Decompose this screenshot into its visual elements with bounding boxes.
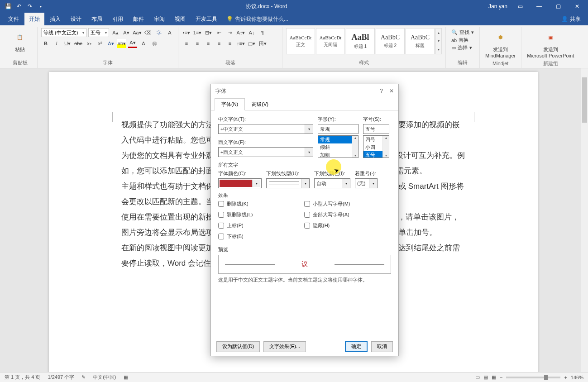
font-family-combo[interactable]: 等线 (中文正文)▾ [41,28,86,37]
italic-button[interactable]: I [52,39,61,48]
strike-button[interactable]: abc [74,39,83,48]
tab-references[interactable]: 引用 [108,13,128,26]
smallcaps-checkbox[interactable]: 小型大写字母(M) [304,201,350,207]
underline-style-combo[interactable]: ▾ [266,178,310,188]
scroll-up-icon[interactable]: ▴ [354,136,356,140]
align-left-icon[interactable]: ≡ [182,39,191,48]
word-count[interactable]: 1/2497 个字 [48,374,74,381]
read-mode-icon[interactable]: ▭ [475,374,480,380]
font-size-input[interactable]: 五号 [363,124,389,134]
print-layout-icon[interactable]: ▤ [483,374,488,380]
superscript-button[interactable]: x² [96,39,105,48]
spellcheck-icon[interactable]: ✎ [81,374,86,380]
web-layout-icon[interactable]: ▦ [492,374,496,380]
cancel-button[interactable]: 取消 [371,341,393,352]
show-marks-icon[interactable]: ¶ [258,28,267,37]
zoom-in-icon[interactable]: + [564,375,567,380]
change-case-icon[interactable]: Aa▾ [133,28,142,37]
find-button[interactable]: 🔍查找 ▾ [451,29,474,36]
font-color-icon[interactable]: A▾ [128,39,137,48]
ribbon-options-icon[interactable]: ▭ [514,3,526,10]
undo-icon[interactable]: ↶ [15,3,23,10]
font-color-combo[interactable]: ▾ [218,178,262,188]
style-heading1[interactable]: AaBl标题 1 [346,28,375,54]
minimize-button[interactable]: — [533,3,545,10]
tab-file[interactable]: 文件 [4,13,24,26]
tab-design[interactable]: 设计 [66,13,86,26]
phonetic-guide-icon[interactable]: 字 [154,28,163,37]
borders-icon[interactable]: 田▾ [258,39,267,48]
dialog-help-icon[interactable]: ? [380,88,383,94]
underline-button[interactable]: U▾ [63,39,72,48]
emphasis-combo[interactable]: (无)▾ [355,178,378,188]
justify-icon[interactable]: ≡ [215,39,224,48]
save-icon[interactable]: 💾 [5,3,12,10]
allcaps-checkbox[interactable]: 全部大写字母(A) [304,211,350,218]
tab-developer[interactable]: 开发工具 [191,13,222,26]
tab-view[interactable]: 视图 [170,13,190,26]
clear-format-icon[interactable]: ⌫ [143,28,153,37]
dialog-close-icon[interactable]: ✕ [389,88,394,94]
dialog-tab-font[interactable]: 字体(N) [215,98,245,110]
scroll-up-icon[interactable]: ▴ [385,136,387,140]
align-center-icon[interactable]: ≡ [193,39,202,48]
strike-checkbox[interactable]: 删除线(K) [218,201,300,207]
select-button[interactable]: ▭选择 ▾ [451,44,474,51]
style-heading2[interactable]: AaBbC标题 2 [376,28,405,54]
tab-home[interactable]: 开始 [24,13,44,26]
sort-icon[interactable]: A↓ [247,28,256,37]
redo-icon[interactable]: ↷ [26,3,33,10]
superscript-checkbox[interactable]: 上标(P) [218,222,300,229]
bullets-icon[interactable]: •≡▾ [182,28,191,37]
align-right-icon[interactable]: ≡ [204,39,213,48]
style-nospacing[interactable]: AaBbCcDt无间隔 [316,28,345,54]
font-style-listbox[interactable]: 常规 倾斜 加粗 ▴▾ [318,135,359,158]
vertical-scrollbar[interactable] [581,68,588,372]
tell-me-search[interactable]: 💡 告诉我你想要做什么... [226,15,288,23]
scroll-down-icon[interactable]: ▾ [385,153,387,158]
char-border-icon[interactable]: A [165,28,174,37]
maximize-button[interactable]: ▢ [552,3,564,10]
distribute-icon[interactable]: ≡ [225,39,234,48]
tab-insert[interactable]: 插入 [45,13,65,26]
paste-button[interactable]: 📋 粘贴 [6,28,33,55]
tab-mail[interactable]: 邮件 [129,13,148,26]
qat-customize-icon[interactable]: ▾ [37,3,44,10]
enclose-char-icon[interactable]: ㊞ [150,39,159,48]
text-effects-button[interactable]: 文字效果(E)... [263,341,306,352]
asian-layout-icon[interactable]: A↕▾ [236,28,245,37]
font-size-combo[interactable]: 五号▾ [88,28,109,37]
latin-font-combo[interactable]: +西文正文▾ [218,147,313,157]
page-indicator[interactable]: 第 1 页，共 4 页 [5,374,40,381]
styles-down-icon[interactable]: ▾ [436,39,441,43]
hidden-checkbox[interactable]: 隐藏(H) [304,222,350,229]
cjk-font-combo[interactable]: +中文正文▾ [218,124,313,134]
shrink-font-icon[interactable]: A▾ [122,28,131,37]
chevron-down-icon[interactable]: ▾ [252,180,260,187]
language-indicator[interactable]: 中文(中国) [93,374,116,381]
subscript-checkbox[interactable]: 下标(B) [218,233,300,240]
chevron-down-icon[interactable]: ▾ [369,179,377,188]
chevron-down-icon[interactable]: ▾ [301,179,309,188]
underline-color-combo[interactable]: 自动▾ [314,178,350,188]
decrease-indent-icon[interactable]: ⇤ [215,28,224,37]
send-to-powerpoint-button[interactable]: ▣ 发送到 Microsoft PowerPoint [525,28,576,60]
chevron-down-icon[interactable]: ▾ [305,124,313,134]
chevron-down-icon[interactable]: ▾ [342,179,350,188]
scroll-down-icon[interactable]: ▾ [354,153,356,158]
highlight-icon[interactable]: ab▾ [117,39,126,48]
subscript-button[interactable]: x₂ [85,39,94,48]
dblstrike-checkbox[interactable]: 双删除线(L) [218,211,300,218]
styles-gallery[interactable]: AaBbCcDt正文 AaBbCcDt无间隔 AaBl标题 1 AaBbC标题 … [286,28,442,54]
ok-button[interactable]: 确定 [345,341,368,352]
tab-layout[interactable]: 布局 [87,13,107,26]
zoom-slider[interactable] [506,377,560,378]
dialog-tab-advanced[interactable]: 高级(V) [245,98,275,110]
multilevel-icon[interactable]: ⊟▾ [204,28,213,37]
close-button[interactable]: ✕ [571,3,583,10]
styles-up-icon[interactable]: ▴ [436,31,441,35]
numbering-icon[interactable]: 1≡▾ [193,28,202,37]
bold-button[interactable]: B [41,39,50,48]
grow-font-icon[interactable]: A▴ [111,28,120,37]
text-effects-icon[interactable]: A▾ [106,39,115,48]
